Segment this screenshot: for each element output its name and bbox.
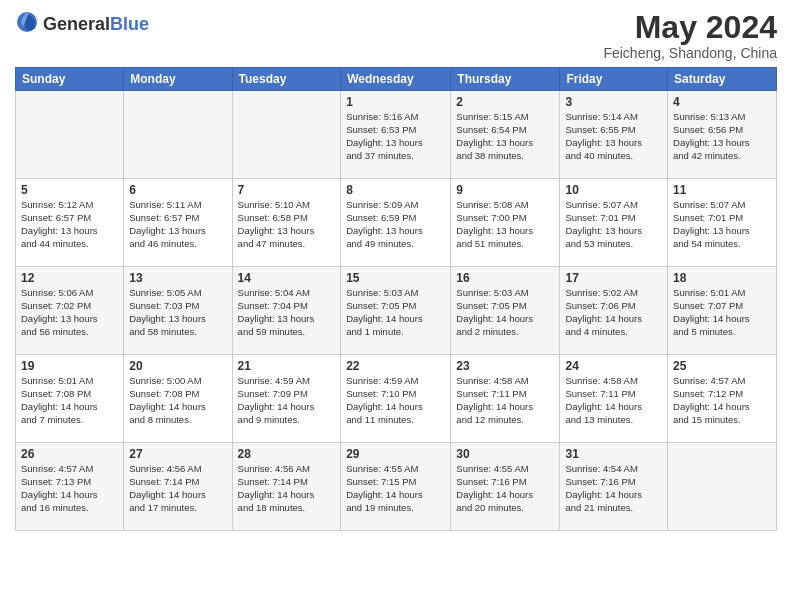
calendar-page: General Blue May 2024 Feicheng, Shandong… <box>0 0 792 612</box>
day-cell-0-5: 3Sunrise: 5:14 AM Sunset: 6:55 PM Daylig… <box>560 91 668 179</box>
page-header: General Blue May 2024 Feicheng, Shandong… <box>15 10 777 61</box>
day-cell-2-2: 14Sunrise: 5:04 AM Sunset: 7:04 PM Dayli… <box>232 267 341 355</box>
day-info: Sunrise: 5:07 AM Sunset: 7:01 PM Dayligh… <box>565 199 662 250</box>
day-cell-4-6 <box>668 443 777 531</box>
day-cell-4-4: 30Sunrise: 4:55 AM Sunset: 7:16 PM Dayli… <box>451 443 560 531</box>
calendar-header-row: Sunday Monday Tuesday Wednesday Thursday… <box>16 68 777 91</box>
day-number: 29 <box>346 447 445 461</box>
day-number: 17 <box>565 271 662 285</box>
week-row-2: 12Sunrise: 5:06 AM Sunset: 7:02 PM Dayli… <box>16 267 777 355</box>
day-cell-3-5: 24Sunrise: 4:58 AM Sunset: 7:11 PM Dayli… <box>560 355 668 443</box>
logo-blue: Blue <box>110 15 149 33</box>
day-number: 6 <box>129 183 226 197</box>
day-number: 7 <box>238 183 336 197</box>
day-info: Sunrise: 5:10 AM Sunset: 6:58 PM Dayligh… <box>238 199 336 250</box>
day-cell-0-2 <box>232 91 341 179</box>
day-number: 27 <box>129 447 226 461</box>
day-cell-1-2: 7Sunrise: 5:10 AM Sunset: 6:58 PM Daylig… <box>232 179 341 267</box>
header-sunday: Sunday <box>16 68 124 91</box>
day-info: Sunrise: 4:57 AM Sunset: 7:13 PM Dayligh… <box>21 463 118 514</box>
day-info: Sunrise: 5:04 AM Sunset: 7:04 PM Dayligh… <box>238 287 336 338</box>
day-cell-2-0: 12Sunrise: 5:06 AM Sunset: 7:02 PM Dayli… <box>16 267 124 355</box>
day-cell-0-4: 2Sunrise: 5:15 AM Sunset: 6:54 PM Daylig… <box>451 91 560 179</box>
header-saturday: Saturday <box>668 68 777 91</box>
header-wednesday: Wednesday <box>341 68 451 91</box>
day-info: Sunrise: 5:12 AM Sunset: 6:57 PM Dayligh… <box>21 199 118 250</box>
day-cell-4-2: 28Sunrise: 4:56 AM Sunset: 7:14 PM Dayli… <box>232 443 341 531</box>
day-cell-2-3: 15Sunrise: 5:03 AM Sunset: 7:05 PM Dayli… <box>341 267 451 355</box>
day-info: Sunrise: 4:55 AM Sunset: 7:15 PM Dayligh… <box>346 463 445 514</box>
day-cell-0-6: 4Sunrise: 5:13 AM Sunset: 6:56 PM Daylig… <box>668 91 777 179</box>
day-cell-1-1: 6Sunrise: 5:11 AM Sunset: 6:57 PM Daylig… <box>124 179 232 267</box>
week-row-4: 26Sunrise: 4:57 AM Sunset: 7:13 PM Dayli… <box>16 443 777 531</box>
day-number: 4 <box>673 95 771 109</box>
day-cell-2-4: 16Sunrise: 5:03 AM Sunset: 7:05 PM Dayli… <box>451 267 560 355</box>
day-cell-3-6: 25Sunrise: 4:57 AM Sunset: 7:12 PM Dayli… <box>668 355 777 443</box>
day-cell-3-1: 20Sunrise: 5:00 AM Sunset: 7:08 PM Dayli… <box>124 355 232 443</box>
day-cell-4-0: 26Sunrise: 4:57 AM Sunset: 7:13 PM Dayli… <box>16 443 124 531</box>
day-info: Sunrise: 5:02 AM Sunset: 7:06 PM Dayligh… <box>565 287 662 338</box>
day-number: 20 <box>129 359 226 373</box>
day-info: Sunrise: 5:11 AM Sunset: 6:57 PM Dayligh… <box>129 199 226 250</box>
header-friday: Friday <box>560 68 668 91</box>
day-cell-3-3: 22Sunrise: 4:59 AM Sunset: 7:10 PM Dayli… <box>341 355 451 443</box>
day-info: Sunrise: 5:03 AM Sunset: 7:05 PM Dayligh… <box>456 287 554 338</box>
logo: General Blue <box>15 10 149 38</box>
day-number: 16 <box>456 271 554 285</box>
day-number: 14 <box>238 271 336 285</box>
day-info: Sunrise: 4:55 AM Sunset: 7:16 PM Dayligh… <box>456 463 554 514</box>
day-number: 5 <box>21 183 118 197</box>
day-cell-4-3: 29Sunrise: 4:55 AM Sunset: 7:15 PM Dayli… <box>341 443 451 531</box>
header-tuesday: Tuesday <box>232 68 341 91</box>
day-cell-3-4: 23Sunrise: 4:58 AM Sunset: 7:11 PM Dayli… <box>451 355 560 443</box>
day-number: 10 <box>565 183 662 197</box>
logo-general: General <box>43 15 110 33</box>
day-info: Sunrise: 5:13 AM Sunset: 6:56 PM Dayligh… <box>673 111 771 162</box>
day-number: 1 <box>346 95 445 109</box>
day-cell-0-0 <box>16 91 124 179</box>
day-number: 21 <box>238 359 336 373</box>
day-number: 2 <box>456 95 554 109</box>
day-number: 15 <box>346 271 445 285</box>
day-number: 18 <box>673 271 771 285</box>
day-info: Sunrise: 5:05 AM Sunset: 7:03 PM Dayligh… <box>129 287 226 338</box>
day-info: Sunrise: 4:57 AM Sunset: 7:12 PM Dayligh… <box>673 375 771 426</box>
day-cell-1-4: 9Sunrise: 5:08 AM Sunset: 7:00 PM Daylig… <box>451 179 560 267</box>
logo-icon <box>15 10 39 38</box>
day-cell-1-6: 11Sunrise: 5:07 AM Sunset: 7:01 PM Dayli… <box>668 179 777 267</box>
calendar-table: Sunday Monday Tuesday Wednesday Thursday… <box>15 67 777 531</box>
day-number: 3 <box>565 95 662 109</box>
day-number: 9 <box>456 183 554 197</box>
day-number: 8 <box>346 183 445 197</box>
month-title: May 2024 <box>603 10 777 45</box>
day-info: Sunrise: 5:08 AM Sunset: 7:00 PM Dayligh… <box>456 199 554 250</box>
day-info: Sunrise: 4:58 AM Sunset: 7:11 PM Dayligh… <box>456 375 554 426</box>
day-info: Sunrise: 4:56 AM Sunset: 7:14 PM Dayligh… <box>129 463 226 514</box>
week-row-1: 5Sunrise: 5:12 AM Sunset: 6:57 PM Daylig… <box>16 179 777 267</box>
day-cell-2-1: 13Sunrise: 5:05 AM Sunset: 7:03 PM Dayli… <box>124 267 232 355</box>
header-thursday: Thursday <box>451 68 560 91</box>
day-info: Sunrise: 5:00 AM Sunset: 7:08 PM Dayligh… <box>129 375 226 426</box>
day-info: Sunrise: 5:06 AM Sunset: 7:02 PM Dayligh… <box>21 287 118 338</box>
day-number: 26 <box>21 447 118 461</box>
day-cell-3-2: 21Sunrise: 4:59 AM Sunset: 7:09 PM Dayli… <box>232 355 341 443</box>
location: Feicheng, Shandong, China <box>603 45 777 61</box>
day-number: 19 <box>21 359 118 373</box>
day-info: Sunrise: 4:54 AM Sunset: 7:16 PM Dayligh… <box>565 463 662 514</box>
day-info: Sunrise: 5:03 AM Sunset: 7:05 PM Dayligh… <box>346 287 445 338</box>
day-info: Sunrise: 5:07 AM Sunset: 7:01 PM Dayligh… <box>673 199 771 250</box>
day-cell-4-5: 31Sunrise: 4:54 AM Sunset: 7:16 PM Dayli… <box>560 443 668 531</box>
day-number: 13 <box>129 271 226 285</box>
day-info: Sunrise: 5:09 AM Sunset: 6:59 PM Dayligh… <box>346 199 445 250</box>
logo-text: General Blue <box>43 15 149 33</box>
day-number: 22 <box>346 359 445 373</box>
day-info: Sunrise: 5:01 AM Sunset: 7:08 PM Dayligh… <box>21 375 118 426</box>
day-cell-3-0: 19Sunrise: 5:01 AM Sunset: 7:08 PM Dayli… <box>16 355 124 443</box>
day-cell-2-6: 18Sunrise: 5:01 AM Sunset: 7:07 PM Dayli… <box>668 267 777 355</box>
week-row-3: 19Sunrise: 5:01 AM Sunset: 7:08 PM Dayli… <box>16 355 777 443</box>
week-row-0: 1Sunrise: 5:16 AM Sunset: 6:53 PM Daylig… <box>16 91 777 179</box>
day-cell-0-1 <box>124 91 232 179</box>
day-info: Sunrise: 4:56 AM Sunset: 7:14 PM Dayligh… <box>238 463 336 514</box>
day-cell-1-5: 10Sunrise: 5:07 AM Sunset: 7:01 PM Dayli… <box>560 179 668 267</box>
day-number: 23 <box>456 359 554 373</box>
